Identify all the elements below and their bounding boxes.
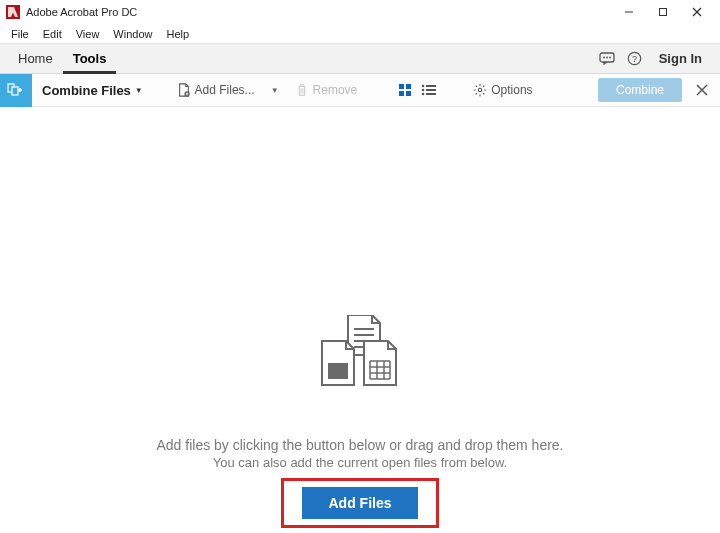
toolbar: Combine Files ▼ Add Files... ▼ Remove Op… bbox=[0, 74, 720, 107]
tool-title[interactable]: Combine Files ▼ bbox=[32, 83, 153, 98]
app-icon bbox=[6, 5, 20, 19]
close-tool-button[interactable] bbox=[688, 76, 716, 104]
nav-tools[interactable]: Tools bbox=[63, 44, 117, 74]
help-icon[interactable]: ? bbox=[621, 45, 649, 73]
svg-rect-16 bbox=[406, 91, 411, 96]
svg-rect-11 bbox=[12, 87, 18, 95]
menu-view[interactable]: View bbox=[69, 26, 107, 42]
svg-rect-20 bbox=[426, 89, 436, 91]
svg-rect-22 bbox=[426, 93, 436, 95]
svg-point-5 bbox=[603, 56, 605, 58]
nav-home[interactable]: Home bbox=[8, 44, 63, 74]
add-files-highlight-box: Add Files bbox=[281, 478, 438, 528]
options-button[interactable]: Options bbox=[467, 79, 538, 101]
navbar: Home Tools ? Sign In bbox=[0, 44, 720, 74]
svg-text:?: ? bbox=[632, 54, 637, 64]
remove-label: Remove bbox=[313, 83, 358, 97]
notification-icon[interactable] bbox=[593, 45, 621, 73]
svg-point-17 bbox=[422, 85, 425, 88]
instruction-line-1: Add files by clicking the button below o… bbox=[156, 437, 563, 453]
svg-point-23 bbox=[478, 88, 482, 92]
app-title: Adobe Acrobat Pro DC bbox=[26, 6, 137, 18]
menu-file[interactable]: File bbox=[4, 26, 36, 42]
list-view-button[interactable] bbox=[417, 78, 441, 102]
svg-rect-15 bbox=[399, 91, 404, 96]
options-label: Options bbox=[491, 83, 532, 97]
thumbnail-view-button[interactable] bbox=[393, 78, 417, 102]
svg-rect-30 bbox=[328, 363, 348, 379]
close-window-button[interactable] bbox=[680, 0, 714, 24]
add-files-label: Add Files... bbox=[195, 83, 255, 97]
window-titlebar: Adobe Acrobat Pro DC bbox=[0, 0, 720, 24]
svg-rect-1 bbox=[660, 9, 667, 16]
instruction-line-2: You can also add the current open files … bbox=[213, 455, 507, 470]
add-files-button[interactable]: Add Files... bbox=[171, 79, 261, 101]
remove-button: Remove bbox=[289, 79, 364, 101]
svg-point-6 bbox=[606, 56, 608, 58]
svg-rect-13 bbox=[399, 84, 404, 89]
combine-button[interactable]: Combine bbox=[598, 78, 682, 102]
add-files-dropdown[interactable]: ▼ bbox=[267, 86, 283, 95]
minimize-button[interactable] bbox=[612, 0, 646, 24]
tool-title-label: Combine Files bbox=[42, 83, 131, 98]
add-files-main-button[interactable]: Add Files bbox=[302, 487, 417, 519]
svg-point-21 bbox=[422, 93, 425, 96]
menu-edit[interactable]: Edit bbox=[36, 26, 69, 42]
sign-in-link[interactable]: Sign In bbox=[649, 51, 712, 66]
svg-rect-18 bbox=[426, 85, 436, 87]
chevron-down-icon: ▼ bbox=[135, 86, 143, 95]
menubar: File Edit View Window Help bbox=[0, 24, 720, 44]
svg-rect-14 bbox=[406, 84, 411, 89]
files-illustration-icon bbox=[310, 315, 410, 399]
svg-point-7 bbox=[609, 56, 611, 58]
menu-window[interactable]: Window bbox=[106, 26, 159, 42]
maximize-button[interactable] bbox=[646, 0, 680, 24]
svg-point-19 bbox=[422, 89, 425, 92]
menu-help[interactable]: Help bbox=[159, 26, 196, 42]
tool-tab-icon[interactable] bbox=[0, 74, 32, 107]
drop-zone[interactable]: Add files by clicking the button below o… bbox=[0, 107, 720, 533]
